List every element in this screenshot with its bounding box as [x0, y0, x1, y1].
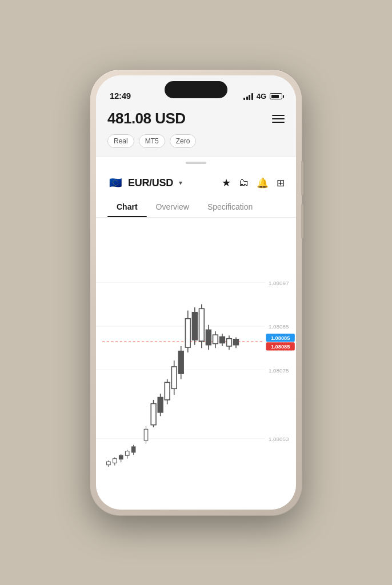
svg-rect-32 — [199, 308, 204, 341]
briefcase-icon[interactable]: 🗂 — [239, 177, 249, 189]
tab-chart[interactable]: Chart — [107, 197, 147, 217]
drag-handle-bar — [186, 162, 206, 164]
tag-mt5[interactable]: MT5 — [139, 134, 165, 148]
eu-flag-icon: 🇪🇺 — [107, 175, 123, 191]
balance-amount: 481.08 USD — [107, 110, 186, 127]
svg-text:1.08053: 1.08053 — [269, 436, 289, 442]
menu-button[interactable] — [272, 115, 285, 123]
chevron-down-icon: ▾ — [179, 179, 182, 187]
svg-rect-38 — [220, 336, 225, 343]
tab-overview[interactable]: Overview — [147, 197, 198, 217]
svg-rect-10 — [119, 455, 123, 459]
svg-text:1.08085: 1.08085 — [269, 323, 289, 330]
svg-rect-40 — [227, 339, 232, 346]
svg-rect-12 — [125, 451, 129, 456]
battery-fill — [271, 95, 279, 98]
svg-rect-14 — [131, 447, 135, 452]
status-bar: 12:49 4G — [96, 75, 296, 105]
svg-rect-36 — [213, 335, 218, 343]
svg-rect-34 — [206, 330, 211, 344]
candlestick-chart: 1.08097 1.08085 1.08075 1.08053 1.08085 … — [96, 218, 296, 510]
alert-bell-icon[interactable]: 🔔 — [257, 177, 269, 189]
svg-rect-30 — [192, 312, 197, 340]
status-right: 4G — [243, 92, 282, 101]
tag-real[interactable]: Real — [107, 134, 134, 148]
svg-rect-24 — [171, 367, 177, 388]
header-top: 481.08 USD — [107, 110, 285, 127]
favorite-star-icon[interactable]: ★ — [222, 177, 231, 189]
battery-icon — [270, 93, 282, 99]
network-label: 4G — [257, 92, 266, 101]
tabs-bar: Chart Overview Specification — [96, 197, 296, 218]
svg-rect-42 — [234, 339, 239, 345]
svg-rect-18 — [151, 404, 156, 425]
svg-text:1.08085: 1.08085 — [271, 335, 290, 341]
account-tags: Real MT5 Zero — [107, 134, 285, 148]
svg-rect-22 — [165, 382, 170, 400]
instrument-toolbar: ★ 🗂 🔔 ⊞ — [222, 177, 285, 189]
tab-specification[interactable]: Specification — [198, 197, 262, 217]
svg-rect-8 — [113, 459, 117, 463]
svg-rect-26 — [178, 351, 183, 374]
svg-text:1.08075: 1.08075 — [269, 367, 289, 374]
svg-rect-16 — [144, 429, 148, 440]
svg-text:1.08085: 1.08085 — [271, 344, 290, 350]
instrument-left[interactable]: 🇪🇺 EUR/USD ▾ — [107, 175, 182, 191]
svg-text:1.08097: 1.08097 — [269, 280, 289, 286]
svg-rect-20 — [158, 398, 163, 412]
account-header: 481.08 USD Real MT5 Zero — [96, 105, 296, 157]
instrument-header: 🇪🇺 EUR/USD ▾ ★ 🗂 🔔 ⊞ — [96, 169, 296, 197]
phone-frame: 12:49 4G 481.08 USD Real MT5 — [90, 70, 302, 515]
drag-handle — [96, 157, 296, 169]
instrument-name: EUR/USD — [128, 177, 173, 189]
calculator-icon[interactable]: ⊞ — [277, 177, 285, 189]
tag-zero[interactable]: Zero — [170, 134, 197, 148]
svg-rect-6 — [107, 462, 111, 464]
status-time: 12:49 — [110, 91, 131, 101]
signal-icon — [243, 93, 253, 100]
chart-area: 1.08097 1.08085 1.08075 1.08053 1.08085 … — [96, 218, 296, 510]
phone-screen: 12:49 4G 481.08 USD Real MT5 — [96, 75, 296, 510]
svg-rect-28 — [185, 319, 190, 347]
dynamic-island — [165, 81, 227, 98]
